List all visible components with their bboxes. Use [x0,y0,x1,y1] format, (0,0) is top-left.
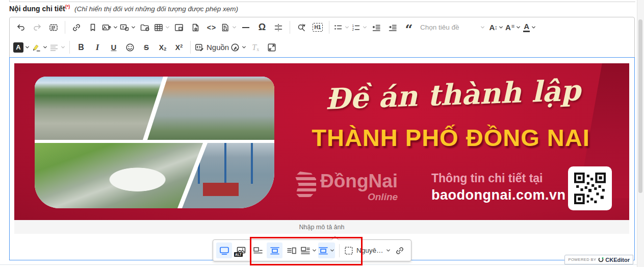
font-size-button[interactable]: A↕ [488,20,505,35]
underline-button[interactable]: U [106,40,122,55]
page-break-icon [273,22,284,33]
superscript-icon: X2 [175,43,183,52]
block-quote-button[interactable]: “ [401,20,417,35]
collage-row-bottom [35,143,274,208]
special-characters-button[interactable]: Ω [254,20,270,35]
omega-icon: Ω [259,22,266,33]
decrease-indent-icon [371,22,381,33]
font-family-button[interactable]: A≡ [505,20,522,35]
increase-indent-icon [388,22,398,33]
chevron-down-icon [241,44,247,50]
superscript-button[interactable]: X2 [171,40,187,55]
highlight-button[interactable] [31,40,48,55]
page-template-button[interactable] [171,20,187,35]
strikethrough-icon: S [144,43,149,52]
source-editing-icon [194,42,204,53]
source-editing-button[interactable]: Nguồn [194,40,229,55]
scrollbar-track [637,0,644,267]
bulleted-list-icon [333,22,343,33]
scrollbar-thumb[interactable] [638,19,642,193]
bulleted-list-button[interactable] [332,20,350,35]
document-preview-button[interactable] [187,20,203,35]
insert-image-button[interactable] [101,20,119,35]
increase-indent-button[interactable] [384,20,401,35]
find-replace-button[interactable] [293,20,310,35]
subscript-button[interactable]: X2 [154,40,171,55]
powered-by-badge[interactable]: POWERED BY CKEditor [564,255,633,264]
bold-button[interactable]: B [73,40,89,55]
subscript-icon: X2 [159,43,166,52]
banner-image[interactable]: Đề án thành lập THÀNH PHỐ ĐỒNG NAI ĐồngN… [14,63,629,220]
horizontal-line-button[interactable] [238,20,254,35]
template-icon [174,22,184,33]
insert-table-button[interactable] [153,20,171,35]
page-break-button[interactable] [270,20,287,35]
heading-h1-button[interactable]: H1 [310,20,326,35]
red-annotation-rectangle [250,237,363,265]
font-size-icon: A↕ [490,23,498,32]
heading-dropdown[interactable]: Chọn tiêu đề [417,20,488,35]
numbered-list-icon [351,22,361,33]
emoji-button[interactable] [122,40,138,55]
maximize-button[interactable] [264,40,280,55]
html-embed-button[interactable] [220,20,238,35]
chevron-down-icon [231,25,237,30]
undo-icon [16,22,26,33]
link-button[interactable] [68,20,85,35]
redo-icon [32,22,42,33]
editor-content-area[interactable]: Đề án thành lập THÀNH PHỐ ĐỒNG NAI ĐồngN… [9,57,635,260]
source-code-button[interactable]: <> [203,20,220,35]
banner-main-title: THÀNH PHỐ ĐỒNG NAI [279,124,622,152]
banner-info-url: baodongnai.com.vn [431,187,568,203]
globe-edit-icon [230,42,240,53]
banner-info-line1: Thông tin chi tiết tại [431,172,568,185]
chevron-down-icon [60,44,66,50]
photo-collage [35,77,274,208]
toolbar-separator [190,41,191,54]
chevron-down-icon [42,44,48,50]
rich-text-editor: <> Ω H1 “ Chọn tiêu đề A↕ A≡ A A [9,17,635,260]
numbered-list-button[interactable] [350,20,368,35]
top-divider [9,0,635,2]
chevron-down-icon [24,44,30,50]
font-color-button[interactable]: A [522,20,538,35]
image-caption-field[interactable]: Nhập mô tả ảnh [14,220,629,234]
bookmark-button[interactable] [85,20,101,35]
font-background-icon: A [13,42,23,53]
bold-icon: B [78,43,84,52]
required-mark: (*) [65,4,70,9]
alt-label: ALT [234,252,243,257]
font-background-color-button[interactable]: A [13,40,31,55]
globe-edit-button[interactable] [229,40,247,55]
banner-script-title: Đề án thành lập [289,72,616,117]
undo-button[interactable] [13,20,29,35]
select-all-button[interactable] [45,20,62,35]
insert-image-icon [101,22,112,33]
page: Nội dung chi tiết(*) (Chỉ hiển thị đối v… [0,0,644,267]
insert-media-button[interactable] [119,20,137,35]
field-hint: (Chỉ hiển thị đối với những đối tượng đư… [74,5,238,13]
caption-placeholder: Nhập mô tả ảnh [299,224,345,231]
bookmark-icon [88,22,98,33]
toggle-caption-button[interactable] [216,242,232,258]
toolbar-separator [65,21,65,34]
redo-button[interactable] [29,20,45,35]
banner-info: Thông tin chi tiết tại baodongnai.com.vn [431,172,568,203]
alt-text-button[interactable]: ALT [233,242,249,258]
toolbar-row-1: <> Ω H1 “ Chọn tiêu đề A↕ A≡ A [13,17,631,37]
find-replace-icon [296,22,306,33]
text-alignment-button[interactable] [48,40,66,55]
remove-format-button[interactable]: Tx [247,40,264,55]
chevron-down-icon [131,25,136,30]
decrease-indent-button[interactable] [368,20,384,35]
dongnai-online-logo: ĐồngNai Online [294,172,398,203]
logo-subtitle: Online [368,191,398,203]
strikethrough-button[interactable]: S [138,40,154,55]
chevron-down-icon [165,25,170,30]
dongnai-logo-icon [294,172,316,198]
h1-icon: H1 [313,23,323,32]
image-widget[interactable]: Đề án thành lập THÀNH PHỐ ĐỒNG NAI ĐồngN… [14,63,629,234]
insert-file-button[interactable] [137,20,153,35]
link-image-button[interactable] [392,242,408,258]
italic-button[interactable]: I [89,40,106,55]
